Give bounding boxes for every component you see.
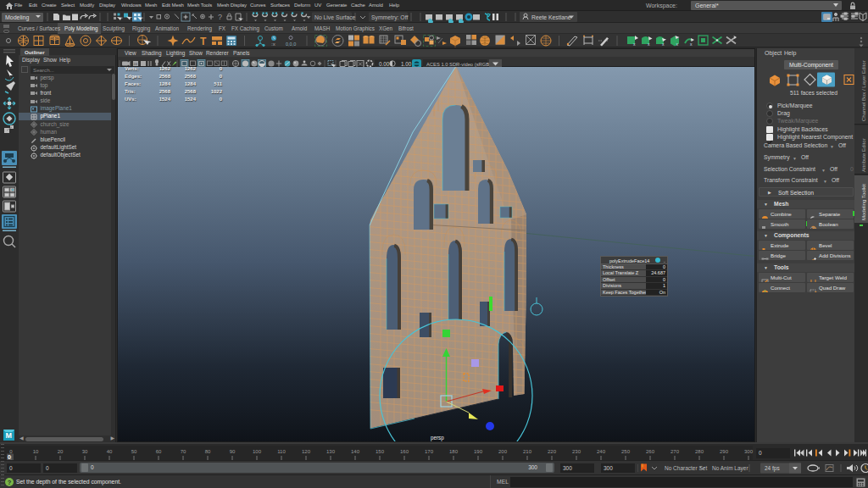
- svg-text:100: 100: [253, 449, 262, 454]
- svg-text:No Live Surface: No Live Surface: [314, 14, 356, 20]
- svg-text:170: 170: [425, 449, 434, 454]
- svg-text:x: x: [690, 42, 693, 47]
- svg-text:50: 50: [131, 449, 137, 454]
- svg-text:280: 280: [695, 449, 704, 454]
- svg-text:x: x: [633, 42, 636, 47]
- svg-text:20: 20: [58, 449, 64, 454]
- svg-text:240: 240: [597, 449, 606, 454]
- svg-text:140: 140: [351, 449, 360, 454]
- svg-text:persp: persp: [431, 435, 444, 441]
- svg-text:x: x: [648, 42, 650, 47]
- svg-text::x: :x: [271, 42, 275, 47]
- svg-text:300: 300: [744, 449, 754, 454]
- svg-text:270: 270: [670, 449, 680, 454]
- svg-text:260: 260: [646, 449, 655, 454]
- svg-text:1.00: 1.00: [401, 61, 412, 67]
- svg-text:130: 130: [326, 449, 336, 454]
- svg-text:0.00: 0.00: [379, 61, 390, 67]
- svg-text:10: 10: [33, 449, 39, 454]
- svg-text:30: 30: [82, 449, 88, 454]
- svg-text:?: ?: [218, 13, 222, 21]
- svg-text:No Anim Layer: No Anim Layer: [712, 465, 748, 472]
- svg-text:110: 110: [277, 449, 286, 454]
- svg-text:80: 80: [205, 449, 211, 454]
- svg-text:x: x: [662, 42, 665, 47]
- svg-text:0,0,0: 0,0,0: [286, 42, 296, 47]
- svg-text:70: 70: [181, 449, 186, 454]
- svg-text:M: M: [6, 431, 13, 440]
- svg-text:T: T: [200, 36, 207, 47]
- svg-text:190: 190: [474, 449, 483, 454]
- svg-text:?: ?: [8, 479, 12, 486]
- svg-text:160: 160: [400, 449, 409, 454]
- svg-text:200: 200: [498, 449, 508, 454]
- svg-text:90: 90: [230, 449, 236, 454]
- svg-text:24 fps: 24 fps: [765, 465, 780, 472]
- svg-text:220: 220: [548, 449, 557, 454]
- svg-text:ACES 1.0 SDR-video (sRGB): ACES 1.0 SDR-video (sRGB): [426, 62, 491, 67]
- svg-text:0: 0: [8, 454, 11, 460]
- svg-text:250: 250: [621, 449, 631, 454]
- svg-text:180: 180: [449, 449, 459, 454]
- svg-text:40: 40: [107, 449, 113, 454]
- svg-text:Reete Kestlane: Reete Kestlane: [531, 14, 571, 20]
- svg-text:120: 120: [302, 449, 311, 454]
- svg-text:230: 230: [572, 449, 581, 454]
- svg-text:150: 150: [376, 449, 385, 454]
- svg-text:290: 290: [720, 449, 729, 454]
- svg-text:60: 60: [156, 449, 162, 454]
- svg-text:210: 210: [523, 449, 532, 454]
- svg-text:Symmetry: Off: Symmetry: Off: [371, 14, 408, 21]
